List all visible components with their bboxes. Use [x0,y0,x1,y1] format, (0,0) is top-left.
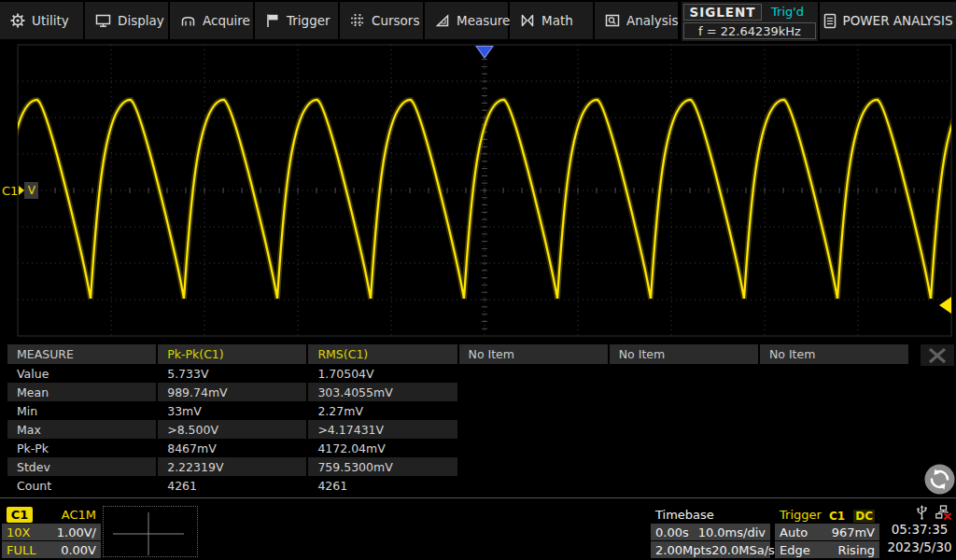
channel-probe: 10X [7,525,30,539]
menu-utility[interactable]: Utility [0,2,85,39]
add-channel-slot[interactable] [103,506,198,557]
menu-math[interactable]: Math [510,2,595,39]
measure-col-noitem-1[interactable]: No Item [459,344,608,364]
measure-title: MEASURE [7,344,156,364]
menu-analysis[interactable]: Analysis [595,2,680,39]
cursors-icon [350,13,365,28]
frequency-counter: f = 22.64239kHz [683,22,816,39]
row-value: 759.5300mV [308,457,457,476]
document-icon [823,13,836,29]
oscilloscope-screen: Utility Display Acquire Trigger [0,0,956,560]
bottom-bar: C1 AC1M 10X 1.00V/ FULL 0.00V Timebase [0,502,956,560]
row-value: 4172.04mV [308,439,457,457]
measure-col-noitem-3[interactable]: No Item [760,344,908,364]
menu-measure-label: Measure [457,13,510,28]
system-status-block: 05:37:35 2023/5/30 [883,504,956,556]
measure-panel: MEASURE Pk-Pk(C1) RMS(C1) No Item No Ite… [7,344,910,495]
trigger-level: 967mV [832,525,875,539]
gear-icon [10,13,25,28]
channel-descriptor-c1[interactable]: C1 AC1M 10X 1.00V/ FULL 0.00V [2,506,101,559]
siglent-logo: SIGLENT [683,4,762,21]
channel-badge[interactable]: C1 [7,507,33,523]
row-label: Mean [7,383,156,401]
crosshair-icon [104,507,199,558]
row-value: 1.70504V [308,364,457,383]
menu-math-label: Math [541,13,573,28]
measure-row-mean: Mean 989.74mV 303.4055mV [7,383,910,401]
row-label: Count [7,476,156,495]
gesture-knob-button[interactable] [922,462,956,497]
menu-cursors[interactable]: Cursors [340,2,425,39]
row-value: 2.27mV [308,401,457,420]
row-label: Pk-Pk [7,439,156,457]
measure-row-value: Value 5.733V 1.70504V [7,364,910,383]
trigger-status-badge: Trig'd [771,5,804,19]
menu-acquire-label: Acquire [203,13,250,28]
row-label: Value [7,364,156,383]
menu-power-analysis-label: POWER ANALYSIS [843,13,953,28]
system-time: 05:37:35 [883,521,956,539]
menu-analysis-label: Analysis [626,13,679,28]
measure-row-stdev: Stdev 2.22319V 759.5300mV [7,457,910,476]
menu-bar: Utility Display Acquire Trigger [0,0,956,41]
row-value: >4.17431V [308,420,457,439]
bowtie-icon [520,13,535,28]
trigger-level-marker[interactable] [939,297,951,314]
usb-icon [916,505,928,520]
menu-display-label: Display [118,13,164,28]
trigger-mode: Auto [780,525,808,539]
menu-trigger[interactable]: Trigger [255,2,340,39]
row-value: 2.22319V [158,457,306,476]
measure-col-noitem-2[interactable]: No Item [610,344,758,364]
close-icon [927,347,948,364]
bottom-separator [0,497,956,498]
menu-utility-label: Utility [32,13,69,28]
timebase-block[interactable]: Timebase 0.00s 10.0ms/div 2.00Mpts 20.0M… [651,506,770,559]
menu-trigger-label: Trigger [287,13,330,28]
channel-scale: 1.00V/ [57,525,96,539]
measure-row-max: Max >8.500V >4.17431V [7,420,910,439]
row-value: 4261 [158,476,306,495]
acquire-icon [180,13,196,28]
knob-circle [925,465,955,495]
timebase-scale: 10.0ms/div [698,525,766,539]
measure-col-rms[interactable]: RMS(C1) [308,344,457,364]
trigger-source: C1 [829,510,845,523]
measure-close-button[interactable] [921,344,954,366]
trigger-slope: Rising [837,543,875,557]
row-value: 8467mV [158,439,306,457]
timebase-title: Timebase [655,508,714,522]
row-value: >8.500V [158,420,306,439]
channel-offset-marker[interactable]: C1 V [2,182,38,199]
menu-power-analysis[interactable]: POWER ANALYSIS [820,2,956,39]
row-value: 4261 [308,476,457,495]
measure-col-pkpk[interactable]: Pk-Pk(C1) [158,344,306,364]
row-value: 5.733V [158,364,306,383]
trigger-block[interactable]: Trigger C1 DC Auto 967mV Edge Rising [775,506,879,559]
measure-row-count: Count 4261 4261 [7,476,910,495]
timebase-points: 2.00Mpts [655,543,711,557]
timebase-delay: 0.00s [655,525,689,539]
monitor-icon [95,13,111,28]
row-label: Min [7,401,156,420]
timebase-sample-rate: 20.0MSa/s [711,543,775,557]
row-label: Max [7,420,156,439]
row-value: 303.4055mV [308,383,457,401]
setsquare-icon [435,13,450,28]
channel-offset-label: C1 [2,184,18,198]
magnifier-box-icon [605,13,620,28]
trigger-coupling: DC [853,510,875,523]
measure-row-min: Min 33mV 2.27mV [7,401,910,420]
menu-acquire[interactable]: Acquire [170,2,255,39]
measure-row-pkpk: Pk-Pk 8467mV 4172.04mV [7,439,910,457]
menu-display[interactable]: Display [85,2,170,39]
row-value: 33mV [158,401,306,420]
measure-header-row: MEASURE Pk-Pk(C1) RMS(C1) No Item No Ite… [7,344,910,364]
row-label: Stdev [7,457,156,476]
flag-icon [265,13,280,28]
trigger-position-marker[interactable] [475,46,494,59]
waveform-display[interactable] [0,41,956,342]
menu-cursors-label: Cursors [372,13,419,28]
menu-measure[interactable]: Measure [425,2,510,39]
trigger-status-block: SIGLENT Trig'd f = 22.64239kHz [682,2,818,41]
